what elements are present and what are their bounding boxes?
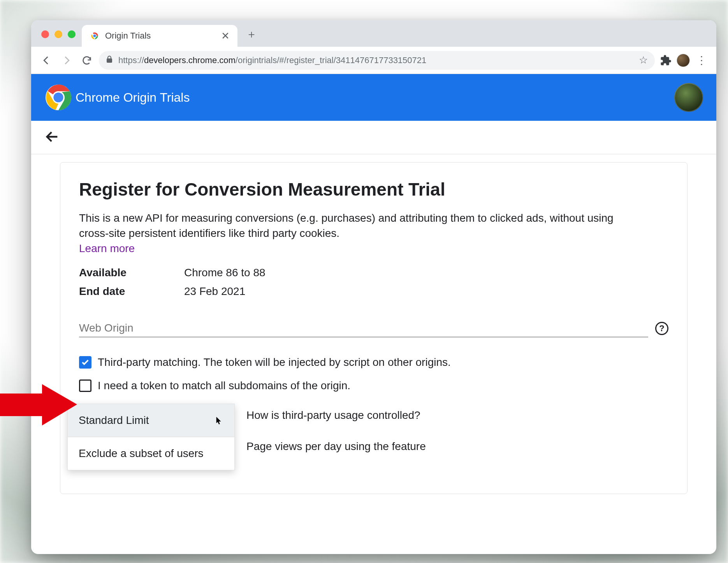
usage-limit-dropdown: Standard Limit Exclude a subset of users bbox=[67, 404, 235, 470]
svg-point-2 bbox=[93, 35, 96, 37]
checkbox-section: Third-party matching. The token will be … bbox=[79, 356, 668, 392]
page-back-button[interactable] bbox=[44, 129, 60, 146]
mouse-cursor-icon bbox=[215, 416, 223, 425]
usage-dropdown-area: Standard Limit Exclude a subset of users… bbox=[79, 404, 668, 470]
profile-avatar-small[interactable] bbox=[677, 54, 690, 67]
usage-questions: How is third-party usage controlled? Pag… bbox=[246, 404, 426, 453]
third-party-checkbox-row: Third-party matching. The token will be … bbox=[79, 356, 668, 369]
third-party-label: Third-party matching. The token will be … bbox=[98, 356, 451, 369]
forward-button[interactable] bbox=[58, 52, 75, 69]
minimize-window-button[interactable] bbox=[55, 30, 62, 38]
window-controls bbox=[41, 30, 76, 38]
url-path: /origintrials/#/register_trial/341147671… bbox=[236, 55, 426, 65]
address-bar[interactable]: https://developers.chrome.com/origintria… bbox=[99, 51, 655, 70]
web-origin-field: ? bbox=[79, 319, 668, 337]
svg-rect-4 bbox=[107, 58, 112, 63]
trial-description: This is a new API for measuring conversi… bbox=[79, 211, 624, 241]
enddate-label: End date bbox=[79, 285, 184, 298]
close-window-button[interactable] bbox=[41, 30, 49, 38]
question-usage-control: How is third-party usage controlled? bbox=[246, 409, 426, 422]
third-party-checkbox[interactable] bbox=[79, 356, 91, 369]
page-back-row bbox=[31, 121, 716, 154]
help-icon[interactable]: ? bbox=[655, 322, 668, 335]
chrome-logo-icon bbox=[44, 83, 72, 111]
annotation-arrow-icon bbox=[0, 382, 85, 429]
svg-marker-0 bbox=[0, 384, 77, 425]
chrome-favicon-icon bbox=[90, 31, 100, 41]
dropdown-option-standard[interactable]: Standard Limit bbox=[68, 404, 234, 437]
dropdown-option-standard-label: Standard Limit bbox=[79, 414, 149, 427]
extensions-icon[interactable] bbox=[659, 53, 673, 67]
dropdown-option-exclude[interactable]: Exclude a subset of users bbox=[68, 437, 234, 470]
browser-tab[interactable]: Origin Trials ✕ bbox=[82, 25, 237, 47]
appbar-title: Chrome Origin Trials bbox=[76, 90, 190, 105]
browser-menu-icon[interactable]: ⋮ bbox=[694, 54, 709, 67]
question-page-views: Page views per day using the feature bbox=[246, 440, 426, 453]
subdomains-label: I need a token to match all subdomains o… bbox=[98, 379, 350, 392]
close-tab-icon[interactable]: ✕ bbox=[221, 30, 230, 42]
back-button[interactable] bbox=[38, 52, 55, 69]
tab-title: Origin Trials bbox=[105, 31, 216, 41]
trial-meta: Available Chrome 86 to 88 End date 23 Fe… bbox=[79, 266, 668, 298]
browser-toolbar: https://developers.chrome.com/origintria… bbox=[31, 47, 716, 74]
lock-icon bbox=[106, 55, 113, 65]
url-text: https://developers.chrome.com/origintria… bbox=[118, 55, 426, 65]
learn-more-link[interactable]: Learn more bbox=[79, 242, 668, 255]
browser-window: Origin Trials ✕ ＋ https://developers.chr… bbox=[31, 20, 716, 554]
account-avatar[interactable] bbox=[674, 83, 703, 112]
dropdown-option-exclude-label: Exclude a subset of users bbox=[79, 447, 204, 460]
fullscreen-window-button[interactable] bbox=[68, 30, 76, 38]
reload-button[interactable] bbox=[79, 52, 95, 69]
url-host: developers.chrome.com bbox=[144, 55, 236, 65]
available-row: Available Chrome 86 to 88 bbox=[79, 266, 668, 279]
available-label: Available bbox=[79, 266, 184, 279]
subdomains-checkbox-row: I need a token to match all subdomains o… bbox=[79, 379, 668, 392]
registration-card: Register for Conversion Measurement Tria… bbox=[60, 162, 688, 494]
enddate-value: 23 Feb 2021 bbox=[184, 285, 245, 298]
tab-strip: Origin Trials ✕ ＋ bbox=[31, 20, 716, 47]
svg-point-7 bbox=[53, 92, 63, 102]
url-scheme: https:// bbox=[118, 55, 144, 65]
enddate-row: End date 23 Feb 2021 bbox=[79, 285, 668, 298]
web-origin-input[interactable] bbox=[79, 319, 648, 337]
available-value: Chrome 86 to 88 bbox=[184, 266, 266, 279]
page-title: Register for Conversion Measurement Tria… bbox=[79, 179, 668, 200]
new-tab-button[interactable]: ＋ bbox=[244, 27, 258, 41]
app-bar: Chrome Origin Trials bbox=[31, 74, 716, 121]
bookmark-star-icon[interactable]: ☆ bbox=[639, 54, 648, 66]
